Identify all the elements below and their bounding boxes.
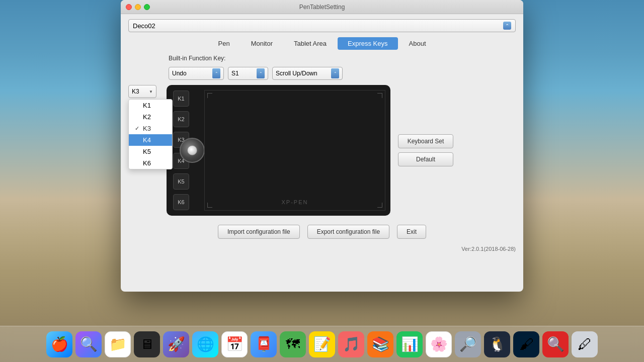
dock-icon-pen[interactable]: 🖊 xyxy=(572,331,598,357)
device-dropdown[interactable]: Deco02 ⌃ xyxy=(128,19,516,32)
tab-about[interactable]: About xyxy=(399,37,436,50)
version-text: Ver:2.0.1(2018-06-28) xyxy=(128,246,516,252)
dock-icon-safari[interactable]: 🌐 xyxy=(192,331,218,357)
dock-icon-spotlight[interactable]: 🔎 xyxy=(455,331,481,357)
dock-icon-music[interactable]: 🎵 xyxy=(338,331,364,357)
undo-value: Undo xyxy=(172,70,187,77)
close-button[interactable] xyxy=(126,4,132,10)
corner-bl xyxy=(207,203,212,208)
undo-arrow: ⌃ xyxy=(212,68,220,78)
main-window: PenTabletSetting Deco02 ⌃ Pen Monitor Ta… xyxy=(121,0,523,292)
dropdown-item-k3[interactable]: ✓ K3 xyxy=(129,123,172,134)
default-button[interactable]: Default xyxy=(398,152,453,166)
tab-monitor[interactable]: Monitor xyxy=(241,37,283,50)
function-key-row: Built-in Function Key: xyxy=(128,55,516,62)
dock-icon-finder2[interactable]: 📁 xyxy=(105,331,131,357)
dock-icon-mail[interactable]: 📮 xyxy=(251,331,277,357)
dock-icon-photoshop[interactable]: 🖌 xyxy=(513,331,539,357)
key-dropdown-arrow-icon: ▼ xyxy=(149,89,153,94)
device-selector: Deco02 ⌃ xyxy=(128,19,516,32)
key-dropdown[interactable]: K3 ▼ xyxy=(128,85,156,98)
dock-icon-numbers[interactable]: 📊 xyxy=(396,331,423,357)
tab-tablet-area[interactable]: Tablet Area xyxy=(284,37,337,50)
dock-icon-finder[interactable]: 🍎 xyxy=(46,331,72,357)
scroll-select[interactable]: Scroll Up/Down ⌃ xyxy=(272,67,343,80)
tablet-surface: XP-PEN xyxy=(204,90,385,211)
corner-br xyxy=(377,203,382,208)
dock-icon-penguin[interactable]: 🐧 xyxy=(484,331,510,357)
tab-pen[interactable]: Pen xyxy=(208,37,239,50)
dropdown-item-k1[interactable]: K1 xyxy=(129,100,172,111)
device-dropdown-arrow: ⌃ xyxy=(503,22,511,30)
s1-arrow: ⌃ xyxy=(257,68,265,78)
tablet-visual-container: K1 K2 K3 xyxy=(167,85,390,216)
tablet-left-panel: K1 K2 K3 xyxy=(171,89,192,212)
export-button[interactable]: Export configuration file xyxy=(307,225,389,239)
s1-value: S1 xyxy=(231,70,239,77)
key-dropdown-menu: K1 K2 ✓ K3 K4 xyxy=(128,99,173,169)
function-key-label: Built-in Function Key: xyxy=(169,55,225,62)
dropdown-item-k6[interactable]: K6 xyxy=(129,157,172,169)
dropdown-item-k5[interactable]: K5 xyxy=(129,146,172,157)
s1-select[interactable]: S1 ⌃ xyxy=(228,67,268,80)
scroll-arrow: ⌃ xyxy=(331,68,339,78)
device-value: Deco02 xyxy=(133,22,155,30)
dock-icon-search2[interactable]: 🔍 xyxy=(542,331,569,357)
dock-icon-launchpad[interactable]: 🚀 xyxy=(163,331,189,357)
window-title: PenTabletSetting xyxy=(299,4,345,11)
dock-icon-calendar[interactable]: 📅 xyxy=(221,331,248,357)
tablet-key-k1[interactable]: K1 xyxy=(173,90,189,107)
window-content: Deco02 ⌃ Pen Monitor Tablet Area Express… xyxy=(121,14,523,259)
bottom-bar: Import configuration file Export configu… xyxy=(128,225,516,239)
dock: 🍎 🔍 📁 🖥 🚀 🌐 📅 📮 🗺 📝 🎵 📚 📊 🌸 🔎 🐧 🖌 🔍 🖊 xyxy=(0,326,644,362)
tablet-key-k6[interactable]: K6 xyxy=(173,194,189,210)
titlebar: PenTabletSetting xyxy=(121,0,523,14)
tab-express-keys[interactable]: Express Keys xyxy=(338,37,397,50)
corner-tl xyxy=(207,93,212,98)
dropdown-item-k4[interactable]: K4 xyxy=(129,134,172,146)
dropdown-item-k2[interactable]: K2 xyxy=(129,111,172,123)
center-section: K3 ▼ K1 K2 ✓ K3 xyxy=(128,85,516,216)
tablet-wheel-inner xyxy=(187,145,197,155)
maximize-button[interactable] xyxy=(144,4,150,10)
scroll-value: Scroll Up/Down xyxy=(276,70,317,77)
tablet-visual: K1 K2 K3 xyxy=(167,85,390,216)
window-controls xyxy=(126,4,150,10)
key-dropdown-container: K3 ▼ K1 K2 ✓ K3 xyxy=(128,85,156,98)
tablet-brand: XP-PEN xyxy=(282,199,308,205)
dock-icon-notes[interactable]: 📝 xyxy=(309,331,335,357)
exit-button[interactable]: Exit xyxy=(397,225,426,239)
tablet-wheel[interactable] xyxy=(180,138,205,163)
tab-bar: Pen Monitor Tablet Area Express Keys Abo… xyxy=(128,37,516,50)
import-button[interactable]: Import configuration file xyxy=(218,225,300,239)
tablet-key-k5[interactable]: K5 xyxy=(173,173,189,190)
function-controls-row: Undo ⌃ S1 ⌃ Scroll Up/Down ⌃ xyxy=(128,67,516,80)
action-buttons: Keyboard Set Default xyxy=(398,134,453,166)
keyboard-set-button[interactable]: Keyboard Set xyxy=(398,134,453,148)
dock-icon-books[interactable]: 📚 xyxy=(367,331,393,357)
undo-select[interactable]: Undo ⌃ xyxy=(169,67,224,80)
key-dropdown-value: K3 xyxy=(132,88,139,95)
dock-icon-maps[interactable]: 🗺 xyxy=(280,331,306,357)
dock-icon-photos[interactable]: 🌸 xyxy=(426,331,452,357)
minimize-button[interactable] xyxy=(135,4,141,10)
corner-tr xyxy=(377,93,382,98)
dock-icon-display[interactable]: 🖥 xyxy=(134,331,160,357)
dock-icon-siri[interactable]: 🔍 xyxy=(75,331,102,357)
tablet-key-k2[interactable]: K2 xyxy=(173,111,189,127)
